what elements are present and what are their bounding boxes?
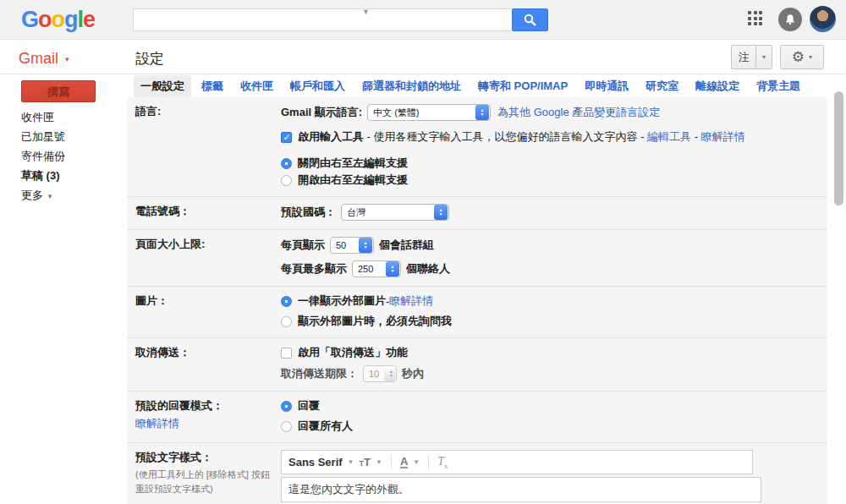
images-learn-more-link[interactable]: 瞭解詳情 bbox=[389, 293, 433, 309]
select-value: 50 bbox=[336, 240, 354, 250]
sidebar-item-drafts[interactable]: 草稿 (3) bbox=[21, 168, 60, 184]
reply-all-radio[interactable] bbox=[281, 421, 292, 432]
sidebar-more-label: 更多 bbox=[21, 189, 43, 201]
search-input[interactable] bbox=[133, 8, 512, 31]
compose-button[interactable]: 撰寫 bbox=[21, 80, 96, 102]
rtl-on-radio[interactable] bbox=[281, 175, 292, 186]
row-label: 預設文字樣式： bbox=[135, 450, 281, 465]
chevron-down-icon[interactable]: ▼ bbox=[413, 458, 420, 466]
notifications-button[interactable] bbox=[778, 8, 802, 31]
avatar[interactable] bbox=[810, 6, 836, 32]
select-value: 10 bbox=[369, 369, 379, 379]
dropdown-spinner-icon: ▲▼ bbox=[386, 261, 399, 277]
sidebar-item-more[interactable]: 更多 ▾ bbox=[21, 188, 52, 203]
images-ask-first-radio[interactable] bbox=[281, 316, 292, 327]
row-images: 圖片： 一律顯示外部圖片 - 瞭解詳情 顯示外部圖片時，必須先詢問我 bbox=[127, 286, 827, 337]
sidebar-item-starred[interactable]: 已加星號 bbox=[21, 129, 65, 145]
undo-send-enable-label: 啟用「取消傳送」功能 bbox=[298, 345, 408, 360]
sidebar-item-sent[interactable]: 寄件備份 bbox=[21, 149, 65, 164]
images-always-show-radio[interactable] bbox=[281, 296, 292, 307]
undo-send-period-suffix: 秒內 bbox=[402, 366, 424, 381]
undo-send-checkbox[interactable] bbox=[281, 348, 292, 359]
tab-themes[interactable]: 背景主題 bbox=[750, 75, 807, 97]
apps-grid-icon[interactable] bbox=[748, 11, 765, 28]
reply-mode-learn-more-link[interactable]: 瞭解詳情 bbox=[135, 416, 281, 431]
gmail-label: Gmail bbox=[19, 50, 58, 67]
contacts-per-page-select[interactable]: 250 ▲▼ bbox=[352, 260, 401, 277]
dropdown-spinner-icon: ▲▼ bbox=[359, 238, 372, 253]
display-language-label: Gmail 顯示語言: bbox=[281, 105, 362, 120]
row-sublabel: (使用工具列上的 [移除格式] 按鈕重設預設文字樣式) bbox=[135, 468, 271, 496]
chevron-down-icon: ▾ bbox=[48, 192, 52, 200]
reply-radio[interactable] bbox=[281, 401, 292, 412]
search-button[interactable] bbox=[512, 8, 548, 31]
rtl-off-radio[interactable] bbox=[281, 158, 292, 169]
country-code-select[interactable]: 台灣 ▲▼ bbox=[341, 204, 449, 221]
tab-chat[interactable]: 即時通訊 bbox=[578, 75, 635, 97]
tab-filters-blocked[interactable]: 篩選器和封鎖的地址 bbox=[355, 75, 468, 97]
font-size-button[interactable]: TT bbox=[360, 456, 371, 468]
display-language-select[interactable]: 中文 (繁體) ▲▼ bbox=[367, 104, 491, 121]
undo-send-period-select[interactable]: 10 ▲▼ bbox=[363, 365, 397, 382]
settings-panel: 一般設定 標籤 收件匣 帳戶和匯入 篩選器和封鎖的地址 轉寄和 POP/IMAP… bbox=[127, 74, 827, 504]
bell-icon bbox=[784, 14, 796, 25]
row-text-style: 預設文字樣式： (使用工具列上的 [移除格式] 按鈕重設預設文字樣式) Sans… bbox=[127, 442, 827, 504]
input-method-caret-icon[interactable]: ▾ bbox=[755, 45, 772, 69]
topbar: Google ▼ bbox=[0, 0, 846, 40]
tab-general[interactable]: 一般設定 bbox=[134, 75, 191, 97]
edit-tools-link[interactable]: 編輯工具 bbox=[647, 130, 691, 143]
gmail-menu[interactable]: Gmail ▾ bbox=[19, 50, 69, 68]
dropdown-spinner-icon: ▲▼ bbox=[434, 205, 448, 220]
header: Gmail ▾ 設定 注 ▾ ⚙ ▾ bbox=[0, 40, 846, 74]
input-tools-desc: - 使用各種文字輸入工具，以您偏好的語言輸入文字內容 - bbox=[364, 130, 647, 143]
select-value: 250 bbox=[358, 264, 381, 274]
input-tools-learn-more-link[interactable]: 瞭解詳情 bbox=[701, 130, 745, 143]
toolbar-divider bbox=[391, 456, 392, 469]
settings-gear-button[interactable]: ⚙ ▾ bbox=[780, 45, 824, 69]
row-language: 語言: Gmail 顯示語言: 中文 (繁體) ▲▼ 為其他 Google 產品… bbox=[127, 97, 827, 196]
input-method-button[interactable]: 注 bbox=[731, 45, 756, 69]
logo-letter: o bbox=[52, 7, 65, 32]
search-options-caret-icon[interactable]: ▼ bbox=[362, 8, 374, 15]
tab-forwarding-pop-imap[interactable]: 轉寄和 POP/IMAP bbox=[471, 75, 574, 97]
logo-letter: g bbox=[64, 7, 78, 32]
contacts-suffix: 個聯絡人 bbox=[406, 261, 450, 277]
text-style-preview: 這是您內文文字的外觀。 bbox=[281, 477, 761, 502]
logo-letter: G bbox=[21, 7, 38, 32]
conversations-per-page-select[interactable]: 50 ▲▼ bbox=[330, 237, 374, 254]
sidebar-item-inbox[interactable]: 收件匣 bbox=[21, 110, 54, 125]
row-label: 取消傳送： bbox=[135, 346, 190, 359]
chevron-down-icon[interactable]: ▼ bbox=[376, 458, 382, 466]
reply-label: 回覆 bbox=[298, 398, 320, 414]
rtl-on-label: 開啟由右至左編輯支援 bbox=[298, 173, 408, 188]
tab-labs[interactable]: 研究室 bbox=[639, 75, 685, 97]
logo-letter: e bbox=[83, 7, 95, 32]
row-undo-send: 取消傳送： 啟用「取消傳送」功能 取消傳送期限： 10 ▲▼ 秒內 bbox=[127, 337, 827, 391]
images-ask-first-label: 顯示外部圖片時，必須先詢問我 bbox=[298, 314, 452, 329]
logo-letter: o bbox=[38, 7, 52, 32]
remove-formatting-button[interactable]: Tx bbox=[437, 455, 448, 470]
chevron-down-icon[interactable]: ▼ bbox=[348, 458, 354, 466]
search-icon bbox=[524, 14, 536, 26]
tab-accounts-import[interactable]: 帳戶和匯入 bbox=[283, 75, 352, 97]
input-tools-checkbox[interactable] bbox=[281, 132, 292, 143]
change-language-link[interactable]: 為其他 Google 產品變更語言設定 bbox=[497, 105, 660, 120]
undo-send-period-label: 取消傳送期限： bbox=[281, 366, 358, 381]
dash-text: - bbox=[691, 130, 701, 143]
font-family-button[interactable]: Sans Serif bbox=[288, 456, 343, 468]
tab-offline[interactable]: 離線設定 bbox=[689, 75, 746, 97]
tab-inbox[interactable]: 收件匣 bbox=[233, 75, 280, 97]
chevron-down-icon: ▾ bbox=[65, 55, 69, 63]
row-label: 語言: bbox=[135, 105, 161, 118]
row-phone: 電話號碼： 預設國碼： 台灣 ▲▼ bbox=[127, 196, 827, 229]
row-label: 電話號碼： bbox=[135, 205, 190, 217]
google-logo[interactable]: Google bbox=[21, 7, 95, 33]
country-code-label: 預設國碼： bbox=[281, 205, 336, 220]
settings-rows: 語言: Gmail 顯示語言: 中文 (繁體) ▲▼ 為其他 Google 產品… bbox=[127, 97, 827, 504]
page-title: 設定 bbox=[135, 49, 164, 68]
scrollbar-thumb[interactable] bbox=[834, 91, 843, 205]
reply-all-label: 回覆所有人 bbox=[298, 419, 353, 434]
gear-icon: ⚙ bbox=[792, 50, 805, 64]
tab-labels[interactable]: 標籤 bbox=[195, 75, 230, 97]
text-color-button[interactable]: A bbox=[400, 456, 408, 468]
